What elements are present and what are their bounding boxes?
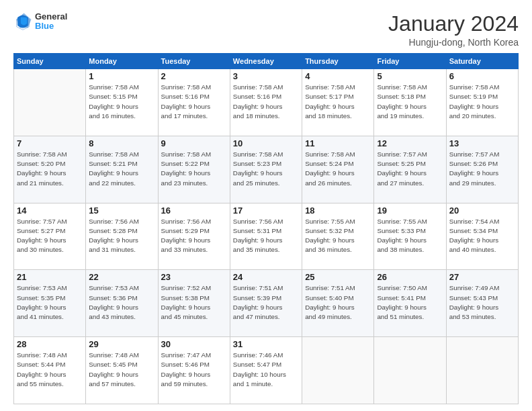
- day-info: Sunrise: 7:47 AM Sunset: 5:46 PM Dayligh…: [161, 351, 227, 389]
- day-number: 16: [161, 205, 227, 216]
- day-info: Sunrise: 7:57 AM Sunset: 5:26 PM Dayligh…: [449, 150, 515, 188]
- calendar-cell: 15Sunrise: 7:56 AM Sunset: 5:28 PM Dayli…: [86, 203, 158, 270]
- day-number: 20: [449, 205, 515, 216]
- month-title: January 2024: [388, 12, 519, 36]
- calendar-cell: 25Sunrise: 7:51 AM Sunset: 5:40 PM Dayli…: [302, 270, 374, 337]
- calendar-cell: 2Sunrise: 7:58 AM Sunset: 5:16 PM Daylig…: [158, 69, 230, 136]
- calendar-header-wednesday: Wednesday: [230, 54, 302, 69]
- day-number: 5: [377, 71, 443, 81]
- day-number: 25: [305, 272, 371, 282]
- day-number: 6: [449, 71, 515, 81]
- logo-icon: [13, 12, 32, 31]
- calendar-cell: 24Sunrise: 7:51 AM Sunset: 5:39 PM Dayli…: [230, 270, 302, 337]
- day-number: 23: [161, 272, 227, 282]
- day-info: Sunrise: 7:55 AM Sunset: 5:32 PM Dayligh…: [305, 217, 371, 255]
- day-number: 12: [377, 138, 443, 148]
- logo-general: General: [35, 12, 67, 21]
- calendar-cell: 13Sunrise: 7:57 AM Sunset: 5:26 PM Dayli…: [446, 136, 518, 203]
- day-info: Sunrise: 7:58 AM Sunset: 5:22 PM Dayligh…: [161, 150, 227, 188]
- calendar-cell: 6Sunrise: 7:58 AM Sunset: 5:19 PM Daylig…: [446, 69, 518, 136]
- day-number: 19: [377, 205, 443, 216]
- calendar-header-friday: Friday: [374, 54, 446, 69]
- day-info: Sunrise: 7:49 AM Sunset: 5:43 PM Dayligh…: [449, 283, 515, 322]
- day-number: 4: [305, 71, 371, 81]
- day-info: Sunrise: 7:58 AM Sunset: 5:15 PM Dayligh…: [89, 83, 154, 121]
- calendar-week-1: 7Sunrise: 7:58 AM Sunset: 5:20 PM Daylig…: [14, 136, 519, 203]
- location: Hungju-dong, North Korea: [388, 37, 519, 48]
- day-info: Sunrise: 7:58 AM Sunset: 5:21 PM Dayligh…: [89, 150, 154, 188]
- calendar-cell: 12Sunrise: 7:57 AM Sunset: 5:25 PM Dayli…: [374, 136, 446, 203]
- calendar-cell: 10Sunrise: 7:58 AM Sunset: 5:23 PM Dayli…: [230, 136, 302, 203]
- calendar-cell: 5Sunrise: 7:58 AM Sunset: 5:18 PM Daylig…: [374, 69, 446, 136]
- day-number: 10: [233, 138, 299, 148]
- day-number: 18: [305, 205, 371, 216]
- calendar-header-monday: Monday: [86, 54, 158, 69]
- calendar-cell: 21Sunrise: 7:53 AM Sunset: 5:35 PM Dayli…: [14, 270, 86, 337]
- day-number: 26: [377, 272, 443, 282]
- day-number: 29: [89, 339, 154, 349]
- calendar-cell: 23Sunrise: 7:52 AM Sunset: 5:38 PM Dayli…: [158, 270, 230, 337]
- day-number: 7: [17, 138, 83, 148]
- day-info: Sunrise: 7:53 AM Sunset: 5:36 PM Dayligh…: [89, 283, 154, 322]
- day-number: 30: [161, 339, 227, 349]
- calendar-header-row: SundayMondayTuesdayWednesdayThursdayFrid…: [14, 54, 519, 69]
- day-info: Sunrise: 7:58 AM Sunset: 5:17 PM Dayligh…: [305, 83, 371, 121]
- day-info: Sunrise: 7:56 AM Sunset: 5:29 PM Dayligh…: [161, 217, 227, 255]
- day-number: 1: [89, 71, 154, 81]
- calendar-cell: [302, 337, 374, 404]
- day-info: Sunrise: 7:48 AM Sunset: 5:45 PM Dayligh…: [89, 351, 154, 389]
- calendar-cell: 9Sunrise: 7:58 AM Sunset: 5:22 PM Daylig…: [158, 136, 230, 203]
- day-number: 31: [233, 339, 299, 349]
- day-info: Sunrise: 7:58 AM Sunset: 5:18 PM Dayligh…: [377, 83, 443, 121]
- day-number: 3: [233, 71, 299, 81]
- calendar-cell: 29Sunrise: 7:48 AM Sunset: 5:45 PM Dayli…: [86, 337, 158, 404]
- logo-text: General Blue: [35, 12, 67, 32]
- calendar-header-tuesday: Tuesday: [158, 54, 230, 69]
- day-info: Sunrise: 7:57 AM Sunset: 5:27 PM Dayligh…: [17, 217, 83, 255]
- day-info: Sunrise: 7:50 AM Sunset: 5:41 PM Dayligh…: [377, 283, 443, 322]
- calendar-cell: 11Sunrise: 7:58 AM Sunset: 5:24 PM Dayli…: [302, 136, 374, 203]
- calendar-week-3: 21Sunrise: 7:53 AM Sunset: 5:35 PM Dayli…: [14, 270, 519, 337]
- calendar-cell: 19Sunrise: 7:55 AM Sunset: 5:33 PM Dayli…: [374, 203, 446, 270]
- calendar-cell: 18Sunrise: 7:55 AM Sunset: 5:32 PM Dayli…: [302, 203, 374, 270]
- calendar-week-4: 28Sunrise: 7:48 AM Sunset: 5:44 PM Dayli…: [14, 337, 519, 404]
- day-info: Sunrise: 7:55 AM Sunset: 5:33 PM Dayligh…: [377, 217, 443, 255]
- day-info: Sunrise: 7:52 AM Sunset: 5:38 PM Dayligh…: [161, 283, 227, 322]
- day-number: 22: [89, 272, 154, 282]
- day-info: Sunrise: 7:46 AM Sunset: 5:47 PM Dayligh…: [233, 351, 299, 389]
- calendar-cell: 8Sunrise: 7:58 AM Sunset: 5:21 PM Daylig…: [86, 136, 158, 203]
- day-number: 24: [233, 272, 299, 282]
- day-number: 27: [449, 272, 515, 282]
- calendar-cell: 17Sunrise: 7:56 AM Sunset: 5:31 PM Dayli…: [230, 203, 302, 270]
- calendar-header-sunday: Sunday: [14, 54, 86, 69]
- calendar-cell: 4Sunrise: 7:58 AM Sunset: 5:17 PM Daylig…: [302, 69, 374, 136]
- day-info: Sunrise: 7:58 AM Sunset: 5:24 PM Dayligh…: [305, 150, 371, 188]
- day-info: Sunrise: 7:58 AM Sunset: 5:20 PM Dayligh…: [17, 150, 83, 188]
- calendar-cell: 28Sunrise: 7:48 AM Sunset: 5:44 PM Dayli…: [14, 337, 86, 404]
- logo: General Blue: [13, 12, 67, 32]
- day-info: Sunrise: 7:58 AM Sunset: 5:19 PM Dayligh…: [449, 83, 515, 121]
- day-number: 15: [89, 205, 154, 216]
- calendar-cell: [14, 69, 86, 136]
- day-number: 14: [17, 205, 83, 216]
- day-number: 2: [161, 71, 227, 81]
- calendar-cell: 16Sunrise: 7:56 AM Sunset: 5:29 PM Dayli…: [158, 203, 230, 270]
- calendar-cell: 1Sunrise: 7:58 AM Sunset: 5:15 PM Daylig…: [86, 69, 158, 136]
- day-info: Sunrise: 7:51 AM Sunset: 5:39 PM Dayligh…: [233, 283, 299, 322]
- day-info: Sunrise: 7:58 AM Sunset: 5:23 PM Dayligh…: [233, 150, 299, 188]
- day-info: Sunrise: 7:51 AM Sunset: 5:40 PM Dayligh…: [305, 283, 371, 322]
- day-info: Sunrise: 7:56 AM Sunset: 5:31 PM Dayligh…: [233, 217, 299, 255]
- calendar-cell: [446, 337, 518, 404]
- day-number: 11: [305, 138, 371, 148]
- day-number: 9: [161, 138, 227, 148]
- day-number: 8: [89, 138, 154, 148]
- calendar-cell: 3Sunrise: 7:58 AM Sunset: 5:16 PM Daylig…: [230, 69, 302, 136]
- calendar-cell: 30Sunrise: 7:47 AM Sunset: 5:46 PM Dayli…: [158, 337, 230, 404]
- day-info: Sunrise: 7:58 AM Sunset: 5:16 PM Dayligh…: [161, 83, 227, 121]
- day-number: 28: [17, 339, 83, 349]
- calendar-cell: 14Sunrise: 7:57 AM Sunset: 5:27 PM Dayli…: [14, 203, 86, 270]
- calendar-cell: 22Sunrise: 7:53 AM Sunset: 5:36 PM Dayli…: [86, 270, 158, 337]
- calendar: SundayMondayTuesdayWednesdayThursdayFrid…: [13, 53, 519, 404]
- day-number: 21: [17, 272, 83, 282]
- calendar-week-2: 14Sunrise: 7:57 AM Sunset: 5:27 PM Dayli…: [14, 203, 519, 270]
